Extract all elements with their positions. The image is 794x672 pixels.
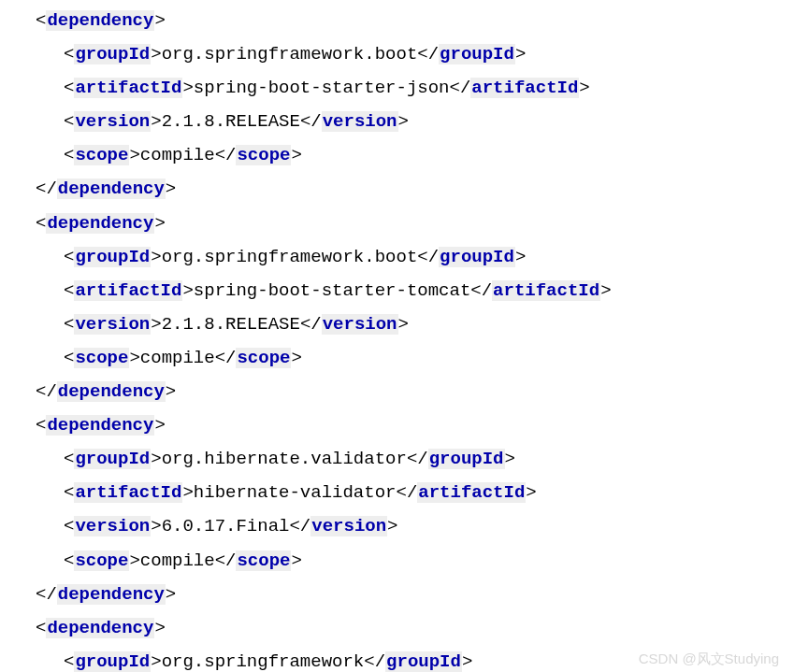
groupId-3: <groupId>org.springframework</groupId> [7,645,787,672]
groupId-0: <groupId>org.springframework.boot</group… [7,37,787,71]
xml-code-block: <dependency><groupId>org.springframework… [7,4,787,672]
version-2: <version>6.0.17.Final</version> [7,509,787,543]
dependency-open-1: <dependency> [7,207,787,240]
version-1: <version>2.1.8.RELEASE</version> [7,307,787,341]
dependency-open-0: <dependency> [7,4,787,37]
artifactId-1: <artifactId>spring-boot-starter-tomcat</… [7,274,787,307]
dependency-open-3: <dependency> [7,611,787,645]
scope-0: <scope>compile</scope> [7,138,787,172]
dependency-close-0: </dependency> [7,172,787,206]
dependency-close-1: </dependency> [7,375,787,408]
version-0: <version>2.1.8.RELEASE</version> [7,105,787,138]
scope-2: <scope>compile</scope> [7,544,787,578]
artifactId-0: <artifactId>spring-boot-starter-json</ar… [7,71,787,105]
artifactId-2: <artifactId>hibernate-validator</artifac… [7,476,787,509]
dependency-close-2: </dependency> [7,578,787,611]
scope-1: <scope>compile</scope> [7,341,787,375]
groupId-1: <groupId>org.springframework.boot</group… [7,240,787,274]
dependency-open-2: <dependency> [7,408,787,442]
groupId-2: <groupId>org.hibernate.validator</groupI… [7,442,787,476]
